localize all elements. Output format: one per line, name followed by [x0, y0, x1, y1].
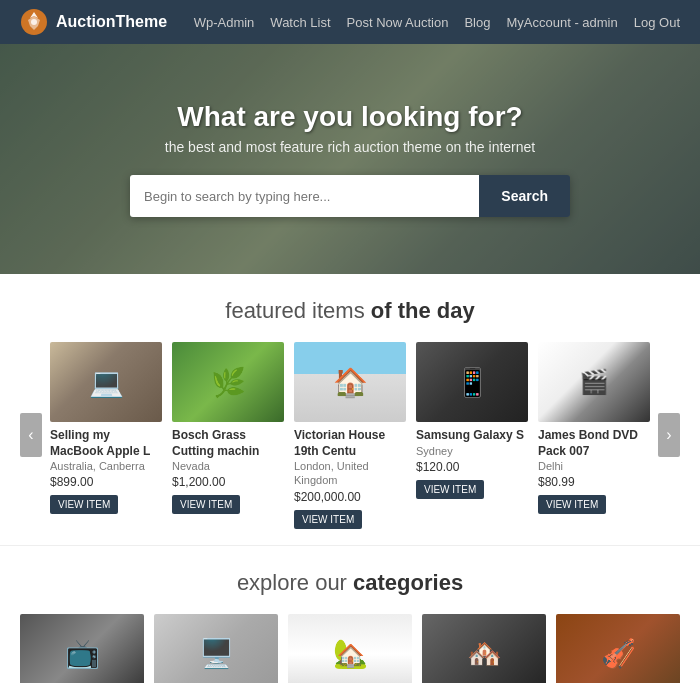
hero-subtitle: the best and most feature rich auction t… [130, 139, 570, 155]
view-item-button[interactable]: VIEW ITEM [416, 480, 484, 499]
search-input[interactable] [130, 175, 479, 217]
items-grid: Selling my MacBook Apple LAustralia, Can… [42, 342, 658, 529]
carousel-prev-button[interactable]: ‹ [20, 413, 42, 457]
item-name: Victorian House 19th Centu [294, 428, 406, 459]
hero-title: What are you looking for? [130, 101, 570, 133]
item-price: $200,000.00 [294, 490, 406, 504]
item-location: London, United Kingdom [294, 459, 406, 488]
item-location: Sydney [416, 444, 528, 458]
search-bar: Search [130, 175, 570, 217]
item-name: Samsung Galaxy S [416, 428, 528, 444]
view-item-button[interactable]: VIEW ITEM [172, 495, 240, 514]
logo-text: AuctionTheme [56, 13, 167, 31]
logo: AuctionTheme [20, 8, 167, 36]
category-image [556, 614, 680, 683]
category-card[interactable]: Digital TV [20, 614, 144, 683]
category-card[interactable]: Music & Art [556, 614, 680, 683]
item-card: Samsung Galaxy SSydney$120.00VIEW ITEM [416, 342, 528, 529]
item-image [172, 342, 284, 422]
item-card: James Bond DVD Pack 007Delhi$80.99VIEW I… [538, 342, 650, 529]
category-image [154, 614, 278, 683]
navbar: AuctionTheme Wp-AdminWatch ListPost Now … [0, 0, 700, 44]
item-name: Selling my MacBook Apple L [50, 428, 162, 459]
featured-wrapper: ‹ Selling my MacBook Apple LAustralia, C… [20, 342, 680, 529]
search-button[interactable]: Search [479, 175, 570, 217]
category-card[interactable]: Houses [288, 614, 412, 683]
item-image [294, 342, 406, 422]
nav-link[interactable]: Blog [464, 15, 490, 30]
categories-title: explore our categories [20, 570, 680, 596]
item-location: Delhi [538, 459, 650, 473]
nav-link[interactable]: Post Now Auction [347, 15, 449, 30]
category-image [20, 614, 144, 683]
item-image [538, 342, 650, 422]
carousel-next-button[interactable]: › [658, 413, 680, 457]
hero-section: What are you looking for? the best and m… [0, 44, 700, 274]
item-name: James Bond DVD Pack 007 [538, 428, 650, 459]
view-item-button[interactable]: VIEW ITEM [294, 510, 362, 529]
category-card[interactable]: Hardware [154, 614, 278, 683]
item-price: $899.00 [50, 475, 162, 489]
nav-link[interactable]: MyAccount - admin [506, 15, 617, 30]
item-location: Australia, Canberra [50, 459, 162, 473]
featured-title: featured items of the day [20, 298, 680, 324]
item-card: Selling my MacBook Apple LAustralia, Can… [50, 342, 162, 529]
view-item-button[interactable]: VIEW ITEM [50, 495, 118, 514]
item-price: $120.00 [416, 460, 528, 474]
item-image [416, 342, 528, 422]
category-image [422, 614, 546, 683]
item-image [50, 342, 162, 422]
view-item-button[interactable]: VIEW ITEM [538, 495, 606, 514]
logo-icon [20, 8, 48, 36]
item-price: $80.99 [538, 475, 650, 489]
nav-link[interactable]: Watch List [270, 15, 330, 30]
category-card[interactable]: Housing [422, 614, 546, 683]
categories-grid: Digital TVHardwareHousesHousingMusic & A… [20, 614, 680, 683]
item-card: Bosch Grass Cutting machinNevada$1,200.0… [172, 342, 284, 529]
svg-point-1 [31, 19, 37, 25]
item-name: Bosch Grass Cutting machin [172, 428, 284, 459]
nav-link[interactable]: Wp-Admin [194, 15, 255, 30]
nav-links: Wp-AdminWatch ListPost Now AuctionBlogMy… [194, 14, 680, 30]
featured-section: featured items of the day ‹ Selling my M… [0, 274, 700, 545]
item-location: Nevada [172, 459, 284, 473]
item-card: Victorian House 19th CentuLondon, United… [294, 342, 406, 529]
hero-content: What are you looking for? the best and m… [130, 101, 570, 217]
nav-link[interactable]: Log Out [634, 15, 680, 30]
categories-section: explore our categories Digital TVHardwar… [0, 546, 700, 683]
category-image [288, 614, 412, 683]
item-price: $1,200.00 [172, 475, 284, 489]
